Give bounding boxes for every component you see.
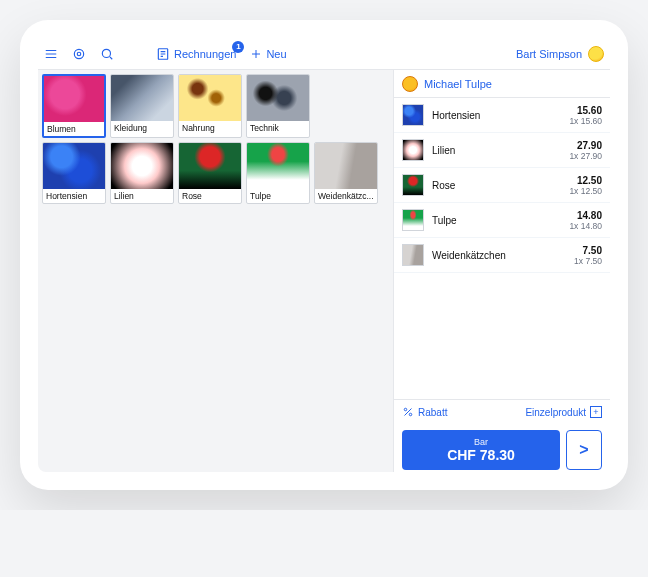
category-tile-clothing[interactable]: Kleidung xyxy=(110,74,174,138)
category-label: Blumen xyxy=(44,122,104,136)
cart-item-name: Lilien xyxy=(432,145,561,156)
svg-point-15 xyxy=(409,413,412,416)
category-tile-tech[interactable]: Technik xyxy=(246,74,310,138)
category-thumb xyxy=(44,76,104,122)
product-thumb xyxy=(111,143,173,189)
cart-item-detail: 1x 14.80 xyxy=(569,221,602,231)
cart-item[interactable]: Hortensien15.601x 15.60 xyxy=(394,98,610,133)
cart-item-name: Weidenkätzchen xyxy=(432,250,566,261)
product-tile-lilien[interactable]: Lilien xyxy=(110,142,174,204)
einzelprodukt-label: Einzelprodukt xyxy=(525,407,586,418)
cart-item-thumb xyxy=(402,174,424,196)
category-label: Kleidung xyxy=(111,121,173,135)
search-icon[interactable] xyxy=(100,47,114,61)
pay-amount: CHF 78.30 xyxy=(447,447,515,463)
menu-icon[interactable] xyxy=(44,47,58,61)
rechnungen-label: Rechnungen xyxy=(174,48,236,60)
next-button[interactable]: > xyxy=(566,430,602,470)
cart-item-price: 15.60 xyxy=(569,105,602,116)
svg-point-4 xyxy=(77,52,81,56)
product-label: Tulpe xyxy=(247,189,309,203)
category-label: Technik xyxy=(247,121,309,135)
product-tile-hortensien[interactable]: Hortensien xyxy=(42,142,106,204)
cart-item-detail: 1x 12.50 xyxy=(569,186,602,196)
chevron-right-icon: > xyxy=(579,441,588,459)
category-tile-food[interactable]: Nahrung xyxy=(178,74,242,138)
catalog-panel: BlumenKleidungNahrungTechnik HortensienL… xyxy=(38,70,393,472)
neu-label: Neu xyxy=(266,48,286,60)
plus-icon: + xyxy=(590,406,602,418)
product-label: Weidenkätzc... xyxy=(315,189,377,203)
svg-line-6 xyxy=(110,56,112,58)
pay-method-label: Bar xyxy=(474,437,488,447)
cart-item-price: 27.90 xyxy=(569,140,602,151)
user-name: Bart Simpson xyxy=(516,48,582,60)
svg-point-5 xyxy=(102,49,110,57)
cart-item-price: 14.80 xyxy=(569,210,602,221)
rabatt-label: Rabatt xyxy=(418,407,447,418)
cart-item-thumb xyxy=(402,139,424,161)
cart-item-thumb xyxy=(402,209,424,231)
category-thumb xyxy=(179,75,241,121)
product-thumb xyxy=(179,143,241,189)
cart-item-thumb xyxy=(402,244,424,266)
cart-item-price: 7.50 xyxy=(574,245,602,256)
category-tile-flowers[interactable]: Blumen xyxy=(42,74,106,138)
product-thumb xyxy=(315,143,377,189)
cart-item-thumb xyxy=(402,104,424,126)
cart-item-name: Rose xyxy=(432,180,561,191)
cart-item[interactable]: Rose12.501x 12.50 xyxy=(394,168,610,203)
product-tile-rose[interactable]: Rose xyxy=(178,142,242,204)
user-avatar-icon xyxy=(588,46,604,62)
cart-panel: Michael Tulpe Hortensien15.601x 15.60Lil… xyxy=(393,70,610,472)
target-icon[interactable] xyxy=(72,47,86,61)
cart-item[interactable]: Weidenkätzchen7.501x 7.50 xyxy=(394,238,610,273)
cart-item-detail: 1x 27.90 xyxy=(569,151,602,161)
cart-item[interactable]: Lilien27.901x 27.90 xyxy=(394,133,610,168)
customer-name: Michael Tulpe xyxy=(424,78,492,90)
svg-point-3 xyxy=(74,49,83,58)
category-thumb xyxy=(111,75,173,121)
cart-item-price: 12.50 xyxy=(569,175,602,186)
product-label: Lilien xyxy=(111,189,173,203)
customer-selector[interactable]: Michael Tulpe xyxy=(394,70,610,98)
cart-item-detail: 1x 7.50 xyxy=(574,256,602,266)
product-label: Hortensien xyxy=(43,189,105,203)
category-thumb xyxy=(247,75,309,121)
product-thumb xyxy=(247,143,309,189)
category-label: Nahrung xyxy=(179,121,241,135)
rabatt-button[interactable]: Rabatt xyxy=(402,406,447,418)
cart-item-name: Tulpe xyxy=(432,215,561,226)
rechnungen-badge: 1 xyxy=(232,41,244,53)
einzelprodukt-button[interactable]: Einzelprodukt + xyxy=(525,406,602,418)
svg-line-13 xyxy=(405,409,412,416)
rechnungen-button[interactable]: Rechnungen 1 xyxy=(156,47,236,61)
cart-item-detail: 1x 15.60 xyxy=(569,116,602,126)
svg-point-14 xyxy=(404,408,407,411)
product-label: Rose xyxy=(179,189,241,203)
cart-item[interactable]: Tulpe14.801x 14.80 xyxy=(394,203,610,238)
neu-button[interactable]: Neu xyxy=(250,48,286,60)
user-menu[interactable]: Bart Simpson xyxy=(516,46,604,62)
product-thumb xyxy=(43,143,105,189)
pay-button[interactable]: Bar CHF 78.30 xyxy=(402,430,560,470)
product-tile-weiden[interactable]: Weidenkätzc... xyxy=(314,142,378,204)
cart-item-name: Hortensien xyxy=(432,110,561,121)
product-tile-tulpe[interactable]: Tulpe xyxy=(246,142,310,204)
customer-avatar-icon xyxy=(402,76,418,92)
